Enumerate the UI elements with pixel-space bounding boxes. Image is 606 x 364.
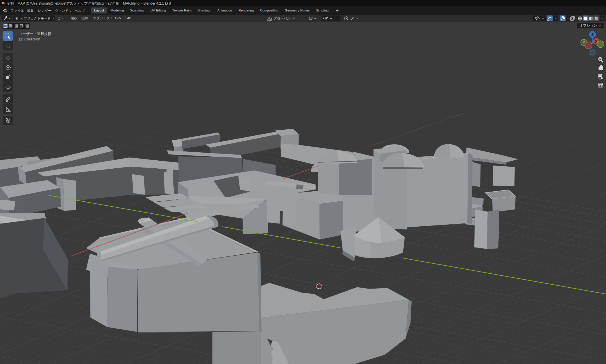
- svg-text:Z: Z: [591, 32, 594, 37]
- svg-text:Y: Y: [583, 41, 585, 45]
